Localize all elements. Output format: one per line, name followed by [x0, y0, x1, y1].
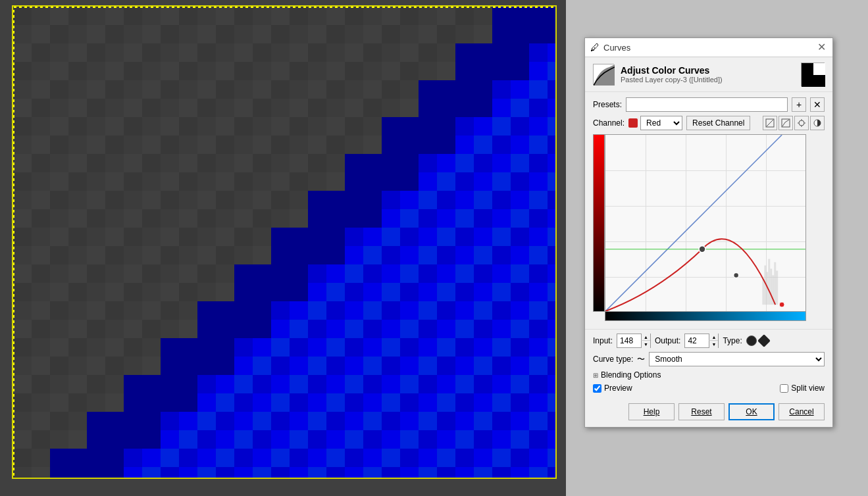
curve-type-row: Curve type: 〜 Smooth Linear — [593, 352, 825, 366]
dialog-header: Adjust Color Curves Pasted Layer copy-3 … — [585, 57, 832, 92]
svg-rect-14 — [776, 270, 778, 305]
curves-svg — [605, 135, 805, 311]
cancel-label: Cancel — [789, 407, 813, 416]
reset-button[interactable]: Reset — [678, 403, 725, 420]
svg-line-16 — [605, 135, 782, 311]
close-button[interactable]: ✕ — [816, 42, 827, 53]
curve-graph — [593, 134, 825, 312]
preview-row: Preview Split view — [593, 384, 825, 393]
help-button[interactable]: Help — [628, 403, 675, 420]
header-icon — [593, 64, 614, 85]
presets-label: Presets: — [593, 100, 622, 109]
svg-point-5 — [799, 120, 804, 126]
control-point-2 — [734, 272, 739, 278]
split-view-checkbox[interactable] — [780, 384, 788, 393]
dialog-body: Presets: + ✕ Channel: Red Green Blue Val… — [585, 92, 832, 329]
control-point-1 — [699, 246, 705, 253]
input-spinbox-btns: ▲ ▼ — [641, 334, 650, 348]
svg-point-18 — [779, 302, 784, 307]
curve-type-label: Curve type: — [593, 355, 633, 364]
input-spinbox[interactable]: 148 ▲ ▼ — [617, 334, 651, 348]
split-view-label: Split view — [791, 384, 825, 393]
svg-rect-7 — [762, 278, 764, 305]
draw-freehand-icon-btn[interactable] — [779, 116, 793, 130]
blending-label: Blending Options — [601, 370, 661, 380]
channel-select-container: Red Green Blue Value — [628, 116, 682, 130]
curve-type-select[interactable]: Smooth Linear — [649, 352, 825, 366]
type-diamond-icon[interactable] — [757, 334, 771, 347]
output-up-btn[interactable]: ▲ — [709, 334, 718, 341]
header-text: Adjust Color Curves Pasted Layer copy-3 … — [621, 65, 723, 84]
image-canvas — [13, 7, 557, 479]
channel-select[interactable]: Red Green Blue Value — [640, 116, 682, 130]
help-label: Help — [644, 407, 660, 416]
x-axis-bar — [605, 312, 806, 321]
bottom-controls: Input: 148 ▲ ▼ Output: 42 ▲ ▼ Type: — [585, 329, 832, 399]
output-spinbox[interactable]: 42 ▲ ▼ — [684, 334, 719, 348]
preview-label: Preview — [604, 384, 632, 393]
input-output-row: Input: 148 ▲ ▼ Output: 42 ▲ ▼ Type: — [593, 334, 825, 348]
output-spinbox-btns: ▲ ▼ — [709, 334, 718, 348]
ok-button[interactable]: OK — [728, 403, 775, 420]
dialog-title-icon: 🖊 — [590, 42, 600, 53]
curve-graph-container — [593, 134, 825, 321]
icon-buttons — [763, 116, 825, 130]
y-axis-bar — [593, 134, 605, 312]
reset-label: Reset — [691, 407, 711, 416]
reset-channel-button[interactable]: Reset Channel — [686, 116, 750, 130]
output-label: Output: — [655, 336, 680, 345]
svg-rect-13 — [774, 262, 776, 305]
header-thumbnail — [801, 62, 825, 86]
svg-rect-11 — [770, 268, 772, 305]
ok-label: OK — [746, 407, 757, 416]
expand-icon: ⊞ — [593, 372, 598, 379]
type-circle-icon[interactable] — [746, 335, 757, 346]
type-icons — [746, 335, 769, 346]
curve-type-wave-icon: 〜 — [637, 354, 645, 365]
draw-curve-icon-btn[interactable] — [763, 116, 777, 130]
dialog-subtitle: Pasted Layer copy-3 ([Untitled]) — [621, 76, 723, 84]
add-preset-button[interactable]: + — [792, 97, 806, 112]
delete-preset-button[interactable]: ✕ — [810, 97, 825, 112]
output-down-btn[interactable]: ▼ — [709, 341, 718, 348]
input-value[interactable]: 148 — [617, 334, 641, 347]
channel-row: Channel: Red Green Blue Value Reset Chan… — [593, 116, 825, 130]
contrast-icon-btn[interactable] — [810, 116, 825, 130]
svg-rect-10 — [768, 259, 770, 305]
cancel-button[interactable]: Cancel — [779, 403, 825, 420]
split-view-checkbox-label[interactable]: Split view — [780, 384, 825, 393]
channel-label: Channel: — [593, 118, 625, 128]
svg-rect-2 — [813, 63, 825, 75]
preview-checkbox[interactable] — [593, 384, 601, 393]
presets-input[interactable] — [626, 97, 788, 112]
button-row: Help Reset OK Cancel — [585, 399, 832, 427]
brightness-icon-btn[interactable] — [794, 116, 809, 130]
dialog-title: Curves — [603, 43, 630, 53]
input-label: Input: — [593, 336, 613, 345]
canvas-inner — [12, 5, 557, 479]
curves-dialog: 🖊 Curves ✕ Adjust Color Curves Pasted La… — [584, 37, 833, 428]
canvas-area — [0, 0, 566, 496]
type-label: Type: — [723, 336, 742, 345]
input-down-btn[interactable]: ▼ — [641, 341, 650, 348]
blending-options-row[interactable]: ⊞ Blending Options — [593, 370, 825, 380]
output-value[interactable]: 42 — [685, 334, 709, 347]
preview-checkbox-label[interactable]: Preview — [593, 384, 632, 393]
dialog-heading: Adjust Color Curves — [621, 65, 723, 76]
dialog-titlebar: 🖊 Curves ✕ — [585, 38, 832, 57]
input-up-btn[interactable]: ▲ — [641, 334, 650, 341]
presets-row: Presets: + ✕ — [593, 97, 825, 112]
channel-color-dot — [628, 118, 638, 128]
graph-area[interactable] — [605, 134, 806, 312]
